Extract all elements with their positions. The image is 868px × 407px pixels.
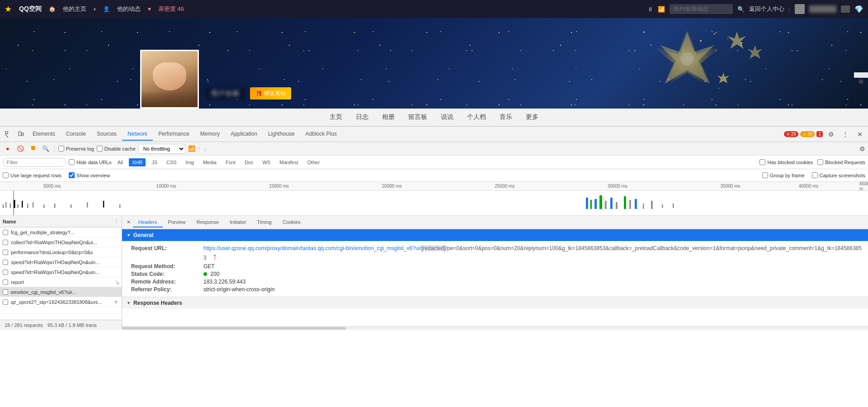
inspect-element-button[interactable] [2, 128, 14, 141]
request-item[interactable]: speed?id=RiaWqsnTHOaqiNeiQn&uin... [0, 267, 122, 277]
tab-sources[interactable]: Sources [91, 128, 122, 141]
request-item[interactable]: report ↓ [0, 277, 122, 287]
capture-screenshots-checkbox[interactable] [812, 172, 818, 178]
details-tab-headers[interactable]: Headers [133, 218, 163, 227]
tab-adblock[interactable]: Adblock Plus [300, 128, 342, 141]
filter-media[interactable]: Media [200, 158, 220, 166]
preserve-log-checkbox[interactable] [58, 146, 64, 151]
more-options-button[interactable]: ⋮ [839, 128, 852, 141]
tab-memory[interactable]: Memory [195, 128, 225, 141]
details-scrollbar[interactable] [122, 326, 868, 330]
filter-xhr[interactable]: XHR [129, 158, 146, 166]
request-checkbox-5[interactable] [3, 279, 8, 285]
filter-css[interactable]: CSS [163, 158, 180, 166]
separator: | [789, 6, 790, 13]
show-overview-checkbox[interactable] [69, 172, 75, 178]
show-overview-label[interactable]: Show overview [69, 172, 110, 178]
filter-all[interactable]: All [114, 158, 126, 166]
filter-img[interactable]: Img [183, 158, 197, 166]
nav-affinity[interactable]: 亲密度 46 [158, 5, 184, 13]
group-by-frame-label[interactable]: Group by frame [762, 172, 804, 178]
close-details-button[interactable]: ✕ [124, 218, 133, 227]
request-checkbox-3[interactable] [3, 260, 8, 265]
request-checkbox-1[interactable] [3, 240, 8, 245]
request-checkbox-2[interactable] [3, 250, 8, 255]
request-checkbox-4[interactable] [3, 270, 8, 275]
requests-list[interactable]: fcg_get_multiple_strategy?... collect?id… [0, 227, 122, 320]
general-section-header[interactable]: ▼ General [122, 229, 868, 241]
return-label[interactable]: 返回个人中心 [749, 5, 784, 13]
tab-application[interactable]: Application [225, 128, 263, 141]
preserve-log-label[interactable]: Preserve log [58, 146, 94, 151]
nav-guestbook[interactable]: 留言板 [408, 113, 427, 121]
filter-font[interactable]: Font [222, 158, 239, 166]
tab-lighthouse[interactable]: Lighthouse [263, 128, 300, 141]
filter-js[interactable]: JS [148, 158, 160, 166]
request-checkbox-7[interactable] [3, 299, 8, 305]
request-item[interactable]: performance?dnsLookup=0&tcp=0&s [0, 247, 122, 257]
tab-console[interactable]: Console [61, 128, 91, 141]
report-button[interactable]: 举报 [854, 72, 868, 78]
nav-album[interactable]: 相册 [382, 113, 395, 121]
tab-elements[interactable]: Elements [27, 128, 61, 141]
record-button[interactable]: ● [3, 144, 13, 154]
request-item[interactable]: fcg_get_multiple_strategy?... [0, 227, 122, 237]
request-item[interactable]: speed?id=RiaWqsnTHOaqiNeiQn&uin... [0, 257, 122, 267]
tick-20000: 20000 ms [382, 184, 402, 189]
filter-toggle-button[interactable]: ⛊ [28, 144, 38, 154]
nav-home[interactable]: 他的主页 [63, 5, 86, 13]
settings-button[interactable]: ⚙ [825, 128, 837, 141]
clear-button[interactable]: 🚫 [15, 144, 25, 154]
has-blocked-cookies-label[interactable]: Has blocked cookies [760, 159, 813, 165]
details-tab-initiator[interactable]: Initiator [224, 218, 251, 227]
nav-music[interactable]: 音乐 [500, 113, 512, 121]
filter-other[interactable]: Other [304, 158, 323, 166]
nav-diary[interactable]: 日志 [356, 113, 368, 121]
nav-talk[interactable]: 说说 [441, 113, 453, 121]
gift-button[interactable]: 🎁 赠送黄钻 [250, 87, 291, 99]
nav-home[interactable]: 主页 [330, 113, 342, 121]
request-checkbox-6[interactable] [3, 289, 8, 295]
nav-activity[interactable]: 他的动态 [117, 5, 141, 13]
search-network-button[interactable]: 🔍 [41, 144, 51, 154]
capture-screenshots-label[interactable]: Capture screenshots [812, 172, 866, 178]
scrollbar-thumb[interactable] [122, 327, 346, 330]
svg-rect-25 [54, 204, 55, 208]
throttle-select[interactable]: No throttling Fast 3G Slow 3G Offline [138, 144, 185, 154]
large-rows-label[interactable]: Use large request rows [3, 172, 61, 178]
toolbar-divider-1 [54, 145, 55, 152]
group-by-frame-checkbox[interactable] [762, 172, 768, 178]
filter-ws[interactable]: WS [259, 158, 274, 166]
details-tab-timing[interactable]: Timing [251, 218, 277, 227]
tab-network[interactable]: Network [122, 128, 153, 141]
has-blocked-cookies-checkbox[interactable] [760, 159, 765, 165]
details-tab-cookies[interactable]: Cookies [277, 218, 306, 227]
request-item[interactable]: qz_opcnt2?_stp=16243623381808&uni... ▼ [0, 297, 122, 307]
request-checkbox-0[interactable] [3, 230, 8, 235]
details-tab-preview[interactable]: Preview [163, 218, 191, 227]
nav-more[interactable]: 更多 [526, 113, 538, 121]
large-rows-checkbox[interactable] [3, 172, 9, 178]
hide-data-urls-label[interactable]: Hide data URLs [69, 159, 112, 165]
blocked-requests-label[interactable]: Blocked Requests [817, 159, 865, 165]
nav-profile[interactable]: 个人档 [467, 113, 486, 121]
filter-manifest[interactable]: Manifest [276, 158, 302, 166]
hide-data-urls-checkbox[interactable] [69, 159, 75, 165]
filter-doc[interactable]: Doc [241, 158, 257, 166]
request-item-selected[interactable]: emotion_cgi_msglist_v6?uir... [0, 287, 122, 297]
tab-performance[interactable]: Performance [153, 128, 195, 141]
response-headers-section-header[interactable]: ▼ Response Headers [122, 297, 868, 309]
search-input[interactable] [670, 4, 733, 14]
close-devtools-button[interactable]: ✕ [854, 128, 866, 141]
blocked-requests-checkbox[interactable] [817, 159, 823, 165]
svg-rect-18 [10, 204, 11, 208]
disable-cache-checkbox[interactable] [97, 146, 103, 151]
svg-rect-37 [624, 196, 626, 209]
request-item[interactable]: collect?id=RiaWqsnTHOaqiNeiQn&ui... [0, 237, 122, 247]
device-toolbar-button[interactable] [14, 128, 27, 141]
disable-cache-label[interactable]: Disable cache [97, 146, 136, 151]
filter-input[interactable] [3, 158, 66, 167]
svg-rect-32 [594, 199, 597, 209]
details-tab-response[interactable]: Response [191, 218, 225, 227]
resize-handle[interactable]: ⋮ [114, 218, 119, 224]
